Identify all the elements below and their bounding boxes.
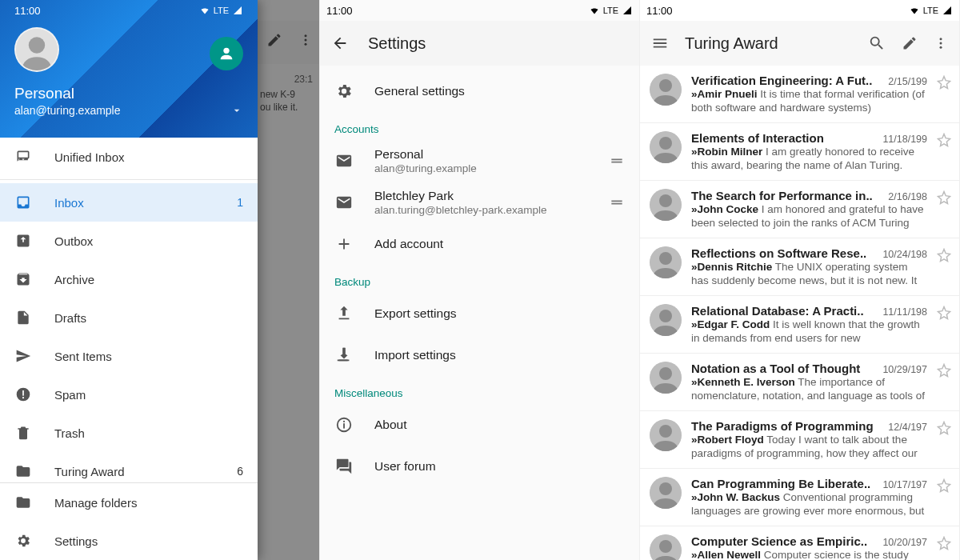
status-bar: 11:00 LTE [640, 0, 959, 21]
message-row[interactable]: Can Programming Be Liberate.. 10/17/197 … [640, 469, 959, 526]
switch-account-icon[interactable] [210, 37, 243, 70]
sender-avatar[interactable] [650, 477, 682, 509]
hamburger-icon[interactable] [651, 34, 669, 52]
drawer-item-drafts[interactable]: Drafts [0, 298, 258, 337]
row-user-forum[interactable]: User forum [320, 446, 639, 487]
row-label: General settings [374, 84, 625, 98]
row-import-settings[interactable]: Import settings [320, 334, 639, 376]
sender-avatar[interactable] [650, 74, 682, 106]
row-account-personal[interactable]: Personal alan@turing.example [320, 140, 639, 182]
message-subject: Verification Engineering: A Fut.. [691, 74, 882, 87]
star-icon[interactable] [937, 190, 951, 230]
drawer-item-manage-folders[interactable]: Manage folders [0, 483, 258, 522]
svg-point-32 [659, 540, 672, 553]
search-icon[interactable] [868, 34, 886, 52]
row-sublabel: alan@turing.example [374, 162, 588, 174]
drawer-item-unified[interactable]: Unified Inbox [0, 138, 258, 176]
archive-icon [14, 271, 32, 287]
message-preview: »Dennis Ritchie The UNIX operating syste… [691, 260, 927, 287]
row-about[interactable]: About [320, 404, 639, 446]
star-icon[interactable] [937, 478, 951, 518]
sender-avatar[interactable] [650, 534, 682, 560]
sender-avatar[interactable] [650, 189, 682, 221]
outbox-icon [14, 233, 32, 249]
folder-icon [14, 463, 32, 479]
svg-point-13 [940, 42, 942, 45]
message-list[interactable]: Verification Engineering: A Fut.. 2/15/1… [640, 66, 959, 560]
account-avatar[interactable] [14, 27, 59, 72]
sender-avatar[interactable] [650, 246, 682, 278]
message-body: Elements of Interaction 11/18/199 »Robin… [691, 131, 927, 172]
message-subject: Can Programming Be Liberate.. [691, 477, 876, 490]
signal-icon [942, 6, 953, 15]
svg-point-26 [659, 367, 672, 380]
message-preview: »Kenneth E. Iverson The importance of no… [691, 375, 927, 402]
account-name: Personal [14, 85, 243, 102]
message-date: 10/20/197 [882, 537, 927, 548]
section-accounts: Accounts [320, 112, 639, 140]
row-add-account[interactable]: Add account [320, 223, 639, 265]
sender-avatar[interactable] [650, 304, 682, 336]
drawer-item-turing-award[interactable]: Turing Award 6 [0, 452, 258, 482]
drawer-item-trash[interactable]: Trash [0, 414, 258, 452]
message-row[interactable]: The Paradigms of Programming 12/4/197 »R… [640, 411, 959, 469]
section-misc: Miscellaneous [320, 376, 639, 404]
drag-handle-icon[interactable] [609, 194, 625, 210]
message-subject: The Search for Performance in.. [691, 189, 882, 202]
sent-icon [14, 348, 32, 364]
star-icon[interactable] [937, 363, 951, 402]
message-row[interactable]: Notation as a Tool of Thought 10/29/197 … [640, 354, 959, 411]
message-preview: »Edgar F. Codd It is well known that the… [691, 318, 927, 345]
message-row[interactable]: Verification Engineering: A Fut.. 2/15/1… [640, 66, 959, 123]
message-sender: »John W. Backus [691, 491, 780, 503]
message-row[interactable]: The Search for Performance in.. 2/16/198… [640, 181, 959, 238]
chevron-down-icon [230, 104, 243, 117]
star-icon[interactable] [937, 248, 951, 287]
message-date: 12/4/197 [888, 422, 927, 433]
svg-point-28 [659, 425, 672, 438]
row-label: User forum [374, 459, 625, 474]
edit-icon[interactable] [902, 35, 918, 51]
drawer-item-settings[interactable]: Settings [0, 522, 258, 560]
sender-avatar[interactable] [650, 362, 682, 394]
row-sublabel: alan.turing@bletchley-park.example [374, 204, 588, 216]
drawer-item-outbox[interactable]: Outbox [0, 222, 258, 260]
scrim[interactable] [257, 0, 319, 560]
row-export-settings[interactable]: Export settings [320, 293, 639, 334]
back-icon[interactable] [331, 34, 349, 52]
message-preview: »Robin Milner I am greatly honored to re… [691, 145, 927, 172]
message-subject: Notation as a Tool of Thought [691, 362, 876, 375]
drawer-item-spam[interactable]: Spam [0, 375, 258, 414]
message-row[interactable]: Relational Database: A Practi.. 11/11/19… [640, 296, 959, 354]
message-row[interactable]: Elements of Interaction 11/18/199 »Robin… [640, 123, 959, 181]
drag-handle-icon[interactable] [609, 153, 625, 169]
info-icon [334, 416, 354, 434]
message-subject: Elements of Interaction [691, 131, 876, 145]
drawer-item-inbox[interactable]: Inbox 1 [0, 183, 258, 222]
star-icon[interactable] [937, 306, 951, 345]
message-date: 10/24/198 [882, 249, 927, 260]
svg-point-12 [940, 38, 942, 40]
message-sender: »Allen Newell [691, 549, 761, 560]
message-body: The Search for Performance in.. 2/16/198… [691, 189, 927, 230]
star-icon[interactable] [937, 133, 951, 172]
page-title: Settings [368, 34, 426, 53]
sender-avatar[interactable] [650, 419, 682, 451]
star-icon[interactable] [937, 536, 951, 560]
star-icon[interactable] [937, 421, 951, 460]
spam-icon [14, 386, 32, 402]
drawer-item-label: Manage folders [54, 496, 243, 510]
message-sender: »Robert Floyd [691, 434, 764, 446]
sender-avatar[interactable] [650, 131, 682, 163]
message-body: Computer Science as Empiric.. 10/20/197 … [691, 534, 927, 560]
star-icon[interactable] [937, 75, 951, 114]
row-general-settings[interactable]: General settings [320, 70, 639, 112]
drawer-item-sent-items[interactable]: Sent Items [0, 337, 258, 375]
svg-rect-10 [343, 423, 345, 428]
row-account-bletchley[interactable]: Bletchley Park alan.turing@bletchley-par… [320, 182, 639, 223]
drawer-item-archive[interactable]: Archive [0, 260, 258, 298]
message-row[interactable]: Computer Science as Empiric.. 10/20/197 … [640, 526, 959, 560]
message-row[interactable]: Reflections on Software Rese.. 10/24/198… [640, 238, 959, 296]
account-email-row[interactable]: alan@turing.example [14, 104, 243, 117]
overflow-icon[interactable] [934, 34, 948, 52]
